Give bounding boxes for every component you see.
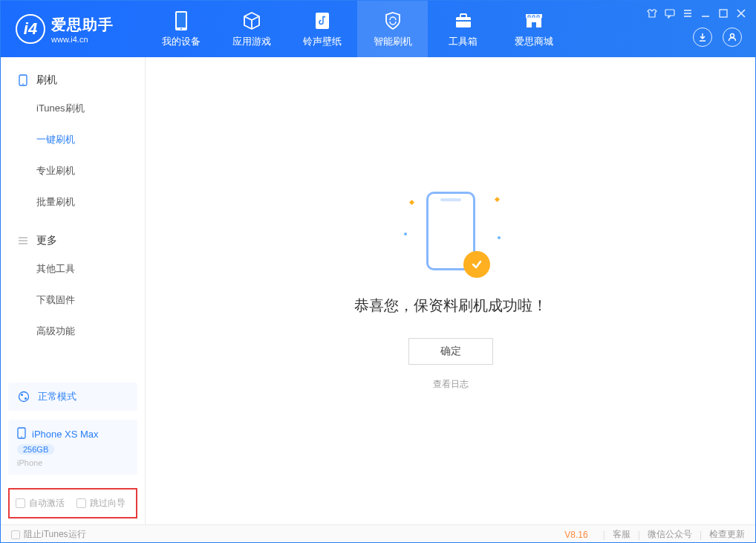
svg-rect-3 (316, 13, 329, 29)
check-badge-icon (463, 251, 490, 278)
nav-tab-flash[interactable]: 智能刷机 (357, 1, 428, 57)
device-info-card[interactable]: iPhone XS Max 256GB iPhone (8, 420, 137, 475)
device-mode-label: 正常模式 (38, 390, 76, 403)
checkbox-skip-wizard[interactable]: 跳过向导 (76, 497, 126, 510)
svg-point-2 (180, 28, 182, 30)
svg-rect-5 (460, 14, 466, 18)
checkbox-auto-activate[interactable]: 自动激活 (16, 497, 65, 510)
nav-tab-ringtones[interactable]: 铃声壁纸 (287, 1, 357, 57)
sidebar-section-flash: 刷机 iTunes刷机 一键刷机 专业刷机 批量刷机 (1, 57, 145, 218)
svg-rect-8 (665, 10, 674, 16)
music-file-icon (312, 10, 333, 31)
nav-label: 我的设备 (162, 35, 201, 48)
header-bar: i4 爱思助手 www.i4.cn 我的设备 应用游戏 铃声壁纸 智能刷机 工具… (1, 1, 755, 57)
app-url: www.i4.cn (51, 35, 114, 44)
tshirt-icon[interactable] (647, 8, 657, 19)
sidebar: 刷机 iTunes刷机 一键刷机 专业刷机 批量刷机 更多 其他工具 下载固件 … (1, 57, 146, 524)
sidebar-item-advanced[interactable]: 高级功能 (1, 316, 145, 347)
close-icon[interactable] (736, 8, 746, 19)
cube-icon (241, 10, 262, 31)
download-button[interactable] (693, 27, 712, 47)
nav-tab-toolbox[interactable]: 工具箱 (428, 1, 498, 57)
user-button[interactable] (723, 27, 742, 47)
app-name: 爱思助手 (51, 15, 114, 35)
nav-label: 工具箱 (449, 35, 478, 48)
success-illustration (417, 192, 484, 273)
shield-sync-icon (382, 10, 403, 31)
sidebar-item-other-tools[interactable]: 其他工具 (1, 253, 145, 284)
svg-rect-4 (456, 17, 471, 27)
device-type: iPhone (17, 458, 128, 467)
nav-label: 应用游戏 (232, 35, 271, 48)
checkbox-label: 跳过向导 (90, 497, 126, 510)
list-icon (17, 235, 29, 247)
toolbox-icon (453, 10, 474, 31)
svg-rect-1 (177, 13, 186, 27)
confirm-button[interactable]: 确定 (408, 338, 493, 365)
svg-rect-7 (532, 22, 536, 27)
device-phone-icon (17, 427, 26, 441)
nav-tab-device[interactable]: 我的设备 (146, 1, 216, 57)
sidebar-section-more: 更多 其他工具 下载固件 高级功能 (1, 218, 145, 347)
device-name: iPhone XS Max (32, 429, 99, 440)
block-itunes-label[interactable]: 阻止iTunes运行 (24, 528, 86, 541)
section-title: 刷机 (36, 74, 57, 87)
device-mode-card[interactable]: 正常模式 (8, 383, 137, 411)
svg-point-17 (21, 436, 22, 438)
section-title: 更多 (36, 234, 57, 247)
success-title: 恭喜您，保资料刷机成功啦！ (354, 296, 547, 316)
svg-point-14 (21, 394, 23, 396)
checkbox-label: 自动激活 (29, 497, 65, 510)
window-controls (647, 8, 746, 19)
sidebar-item-download-firmware[interactable]: 下载固件 (1, 284, 145, 316)
svg-rect-9 (720, 10, 727, 17)
sidebar-header-flash: 刷机 (1, 68, 145, 93)
nav-label: 爱思商城 (515, 35, 553, 48)
sidebar-item-oneclick-flash[interactable]: 一键刷机 (1, 124, 145, 155)
sidebar-item-batch-flash[interactable]: 批量刷机 (1, 186, 145, 218)
footer-link-support[interactable]: 客服 (613, 528, 630, 541)
view-log-link[interactable]: 查看日志 (433, 378, 469, 391)
svg-point-10 (731, 34, 734, 38)
phone-icon (17, 74, 29, 86)
svg-point-15 (25, 397, 27, 400)
device-icon (171, 10, 192, 31)
app-logo-text: 爱思助手 www.i4.cn (51, 15, 114, 44)
svg-point-13 (19, 392, 29, 402)
footer-link-wechat[interactable]: 微信公众号 (648, 528, 692, 541)
nav-label: 智能刷机 (374, 35, 412, 48)
checkbox-icon (76, 498, 86, 508)
header-actions (693, 27, 742, 47)
menu-icon[interactable] (682, 8, 693, 19)
logo-area: i4 爱思助手 www.i4.cn (1, 14, 146, 44)
nav-tabs: 我的设备 应用游戏 铃声壁纸 智能刷机 工具箱 爱思商城 (146, 1, 569, 57)
sidebar-item-pro-flash[interactable]: 专业刷机 (1, 155, 145, 186)
nav-tab-store[interactable]: 爱思商城 (498, 1, 569, 57)
checkbox-icon (16, 498, 25, 508)
store-icon (524, 10, 544, 31)
app-logo-icon: i4 (16, 14, 45, 44)
feedback-icon[interactable] (665, 8, 675, 19)
checkbox-icon[interactable] (11, 530, 20, 539)
minimize-icon[interactable] (700, 8, 711, 19)
maximize-icon[interactable] (718, 8, 729, 19)
sidebar-item-itunes-flash[interactable]: iTunes刷机 (1, 93, 145, 124)
mode-icon (17, 390, 30, 403)
nav-tab-apps[interactable]: 应用游戏 (216, 1, 287, 57)
footer-link-update[interactable]: 检查更新 (709, 528, 745, 541)
sidebar-header-more: 更多 (1, 228, 145, 253)
footer-bar: 阻止iTunes运行 V8.16 | 客服 | 微信公众号 | 检查更新 (1, 524, 755, 543)
nav-label: 铃声壁纸 (303, 35, 342, 48)
options-row: 自动激活 跳过向导 (8, 488, 137, 518)
device-storage: 256GB (17, 444, 54, 455)
main-content: 恭喜您，保资料刷机成功啦！ 确定 查看日志 (146, 57, 755, 524)
version-label: V8.16 (564, 530, 587, 540)
svg-rect-6 (456, 20, 471, 22)
svg-point-12 (22, 83, 24, 85)
